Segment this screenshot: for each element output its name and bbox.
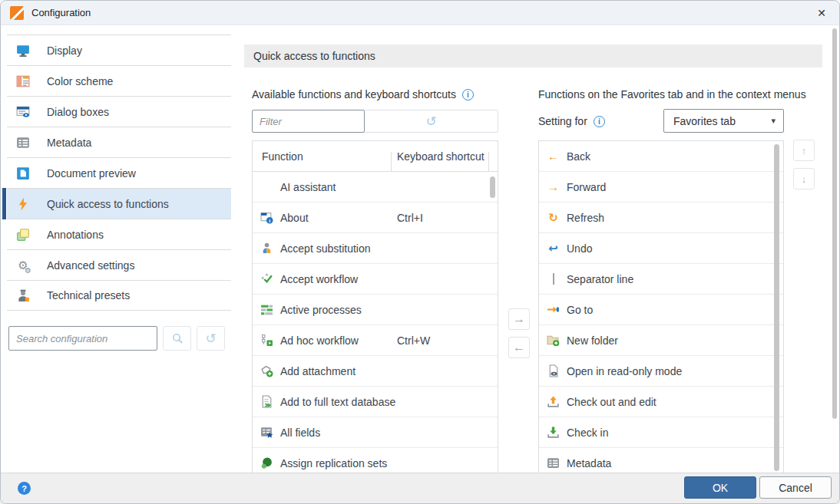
function-row-active-processes[interactable]: Active processes (253, 295, 498, 325)
shortcut-label: Ctrl+I (397, 212, 423, 224)
sidebar-item-label: Color scheme (47, 75, 113, 87)
favorites-row-back[interactable]: ← Back (539, 141, 783, 172)
favorites-list: ← Back → Forward ↻ Refresh ↩ Undo Separa… (538, 140, 784, 474)
info-icon[interactable]: i (594, 116, 605, 127)
favorites-label: Open in read-only mode (567, 365, 682, 377)
sidebar-item-advanced-settings[interactable]: ⚙⚙ Advanced settings (7, 249, 231, 280)
function-row-assign-replication-sets[interactable]: Assign replication sets (253, 448, 498, 474)
favorites-row-new-folder[interactable]: New folder (539, 325, 783, 356)
function-label: Ad hoc workflow (280, 334, 359, 347)
function-row-about[interactable]: i About Ctrl+I (253, 203, 498, 233)
configuration-dialog: Configuration ✕ Display Color scheme (0, 0, 840, 504)
function-label: AI assistant (280, 181, 336, 193)
document-preview-icon (16, 166, 30, 180)
available-functions-table: Function Keyboard shortcut AI assistant … (252, 140, 498, 474)
favorites-row-metadata[interactable]: Metadata (539, 448, 783, 474)
sidebar-item-display[interactable]: Display (7, 35, 231, 65)
favorites-row-forward[interactable]: → Forward (539, 172, 783, 203)
annotations-icon (16, 228, 30, 242)
function-label: Active processes (280, 304, 362, 316)
sidebar-item-document-preview[interactable]: Document preview (7, 157, 231, 188)
function-row-add-attachment[interactable]: Add attachment (253, 356, 498, 387)
column-divider (391, 152, 392, 171)
section-title: Quick access to functions (253, 50, 375, 62)
search-input[interactable] (8, 326, 157, 351)
active-processes-icon (260, 303, 273, 316)
svg-text:i: i (269, 218, 270, 223)
favorites-label: Refresh (567, 212, 604, 224)
function-row-ai-assistant[interactable]: AI assistant (253, 172, 498, 203)
undo-icon: ↩ (547, 242, 560, 255)
info-icon[interactable]: i (462, 89, 474, 100)
sidebar-item-label: Metadata (47, 137, 91, 149)
cancel-button[interactable]: Cancel (759, 476, 832, 499)
all-fields-icon (260, 426, 273, 439)
favorites-label: Undo (567, 242, 592, 255)
function-row-accept-substitution[interactable]: Accept substitution (253, 233, 498, 264)
favorites-row-check-out[interactable]: Check out and edit (539, 387, 783, 417)
filter-refresh-icon[interactable]: ↺ (365, 110, 498, 133)
main-panel: Quick access to functions Available func… (244, 25, 830, 473)
favorites-label: Metadata (567, 457, 611, 469)
favorites-functions-label: Functions on the Favorites tab and in th… (538, 88, 806, 100)
favorites-label: Go to (567, 304, 593, 316)
function-row-accept-workflow[interactable]: Accept workflow (253, 264, 498, 295)
sidebar-item-annotations[interactable]: Annotations (7, 219, 231, 249)
app-logo-icon (10, 6, 24, 20)
favorites-label: Separator line (567, 273, 633, 285)
sidebar-item-label: Advanced settings (47, 259, 134, 272)
column-keyboard-shortcut[interactable]: Keyboard shortcut (397, 150, 484, 163)
sidebar-item-label: Annotations (47, 229, 104, 241)
sidebar-item-label: Technical presets (47, 289, 130, 301)
shortcut-label: Ctrl+W (397, 334, 430, 347)
function-row-all-fields[interactable]: All fields (253, 417, 498, 448)
move-down-icon[interactable]: ↓ (793, 168, 815, 189)
check-in-icon (547, 426, 560, 439)
favorites-row-separator-line[interactable]: Separator line (539, 264, 783, 295)
sidebar-item-technical-presets[interactable]: Technical presets (7, 280, 231, 311)
chevron-down-icon: ▾ (771, 116, 776, 126)
table-scrollbar[interactable] (490, 176, 495, 198)
move-left-icon[interactable]: ← (508, 337, 530, 358)
accept-substitution-icon (260, 242, 273, 255)
favorites-row-undo[interactable]: ↩ Undo (539, 233, 783, 264)
no-icon (260, 180, 273, 193)
column-function[interactable]: Function (253, 150, 303, 163)
new-folder-icon (547, 334, 560, 347)
search-reset-icon[interactable]: ↺ (197, 326, 225, 351)
sidebar-item-metadata[interactable]: Metadata (7, 127, 231, 157)
metadata-table-icon (547, 456, 560, 469)
setting-for-dropdown[interactable]: Favorites tab ▾ (663, 109, 784, 133)
accept-workflow-icon (260, 272, 273, 285)
favorites-row-check-in[interactable]: Check in (539, 417, 783, 448)
function-label: About (280, 212, 309, 224)
sidebar-item-color-scheme[interactable]: Color scheme (7, 65, 231, 96)
setting-for-label: Setting for (538, 115, 587, 127)
sidebar-item-quick-access[interactable]: Quick access to functions (7, 188, 231, 219)
ok-button[interactable]: OK (684, 476, 756, 499)
forward-icon: → (547, 180, 560, 193)
function-row-add-to-full-text-database[interactable]: Add to full text database (253, 387, 498, 417)
favorites-label: Check out and edit (567, 396, 656, 408)
color-scheme-icon (16, 74, 30, 88)
help-icon[interactable]: ? (18, 482, 31, 495)
sidebar-item-dialog-boxes[interactable]: Dialog boxes (7, 96, 231, 127)
function-row-ad-hoc-workflow[interactable]: Ad hoc workflow Ctrl+W (253, 325, 498, 356)
search-icon[interactable] (163, 326, 191, 351)
sidebar-item-label: Dialog boxes (47, 106, 109, 118)
separator-line-icon (547, 272, 560, 285)
favorites-row-refresh[interactable]: ↻ Refresh (539, 203, 783, 233)
go-to-icon (547, 303, 560, 316)
filter-input[interactable] (252, 110, 365, 133)
close-icon[interactable]: ✕ (815, 6, 828, 20)
move-up-icon[interactable]: ↑ (793, 140, 815, 161)
favorites-scrollbar[interactable] (774, 144, 779, 471)
favorites-row-go-to[interactable]: Go to (539, 295, 783, 325)
back-icon: ← (547, 150, 560, 163)
window-title: Configuration (31, 7, 91, 18)
open-read-only-icon (547, 364, 560, 377)
sidebar: Display Color scheme Dialog boxes Metada… (1, 25, 235, 473)
favorites-row-open-read-only[interactable]: Open in read-only mode (539, 356, 783, 387)
window-scrollbar[interactable] (832, 28, 837, 419)
move-right-icon[interactable]: → (508, 308, 530, 330)
